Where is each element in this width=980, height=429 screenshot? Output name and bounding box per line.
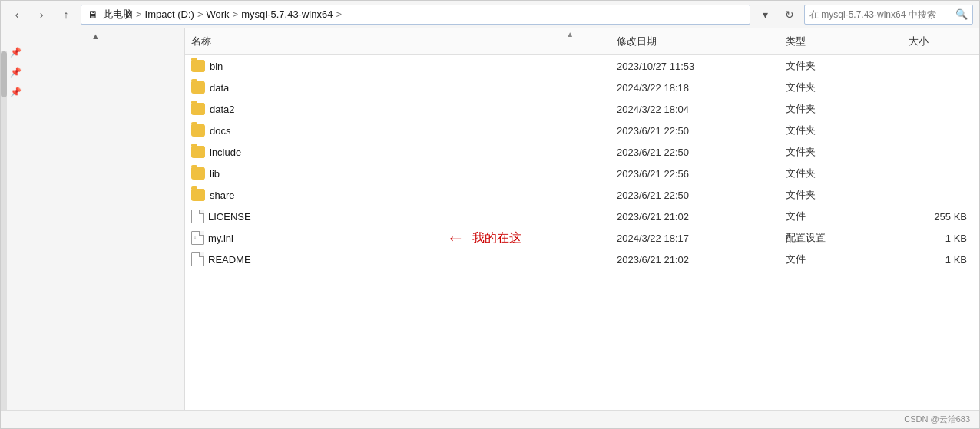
col-header-name[interactable]: ▲名称 [185, 31, 611, 51]
file-size [902, 107, 979, 111]
folder-icon [191, 189, 205, 201]
file-kind: 文件夹 [780, 58, 902, 74]
breadcrumb-computer[interactable]: 此电脑 [103, 8, 133, 21]
file-date: 2023/6/21 21:02 [611, 210, 780, 224]
content-pane: ▲名称 修改日期 类型 大小 bin 2023/10/27 11:53 文件夹 [185, 28, 979, 410]
search-input[interactable] [809, 9, 952, 20]
file-size [902, 64, 979, 68]
file-icon [191, 210, 204, 223]
folder-icon [191, 124, 205, 137]
file-name: include [210, 147, 241, 158]
file-kind: 配置设置 [780, 229, 902, 246]
file-size [902, 129, 979, 132]
sidebar-pin-1[interactable]: 📌 [1, 42, 184, 62]
folder-icon [191, 146, 205, 158]
breadcrumb-work[interactable]: Work [206, 8, 229, 20]
sidebar-scrollbar[interactable] [1, 51, 7, 410]
file-name: docs [210, 125, 230, 137]
table-row[interactable]: lib 2023/6/21 22:56 文件夹 [185, 163, 979, 184]
file-kind: 文件夹 [780, 101, 902, 117]
file-size [902, 172, 979, 175]
file-date: 2024/3/22 18:17 [611, 231, 780, 246]
file-name: share [210, 190, 235, 201]
file-date: 2023/6/21 22:50 [611, 124, 780, 138]
table-row[interactable]: docs 2023/6/21 22:50 文件夹 [185, 120, 979, 141]
file-name: data [210, 82, 229, 94]
dropdown-button[interactable]: ▾ [755, 5, 775, 25]
file-name: data2 [210, 104, 235, 115]
breadcrumb-drive[interactable]: Impact (D:) [145, 8, 194, 20]
sidebar-pin-2[interactable]: 📌 [1, 62, 184, 82]
up-button[interactable]: ↑ [56, 5, 76, 25]
col-header-date[interactable]: 修改日期 [611, 31, 780, 51]
file-size [902, 193, 979, 196]
file-kind: 文件 [780, 251, 902, 268]
search-icon[interactable]: 🔍 [955, 8, 968, 20]
file-kind: 文件夹 [780, 186, 902, 203]
breadcrumb-mysql[interactable]: mysql-5.7.43-winx64 [241, 8, 333, 20]
file-name: README [208, 254, 251, 266]
file-date: 2024/3/22 18:04 [611, 102, 780, 117]
sidebar-scroll-up[interactable]: ▲ [7, 28, 184, 42]
table-row[interactable]: share 2023/6/21 22:50 文件夹 [185, 184, 979, 206]
table-row[interactable]: LICENSE 2023/6/21 21:02 文件 255 KB [185, 206, 979, 227]
status-bar: CSDN @云治683 [1, 410, 979, 428]
file-size: 1 KB [902, 231, 979, 246]
pin-icon-2: 📌 [10, 67, 22, 78]
table-row[interactable]: README 2023/6/21 21:02 文件 1 KB [185, 249, 979, 270]
file-name: lib [210, 168, 220, 180]
file-list: bin 2023/10/27 11:53 文件夹 data 2024/3/22 … [185, 55, 979, 410]
file-kind: 文件夹 [780, 79, 902, 96]
table-header: ▲名称 修改日期 类型 大小 [185, 28, 979, 55]
file-name: bin [210, 61, 223, 72]
file-kind: 文件 [780, 208, 902, 225]
file-kind: 文件夹 [780, 144, 902, 160]
main-area: ▲ 📌 📌 📌 ▲名称 修改日期 类型 大小 [1, 28, 979, 410]
file-size: 1 KB [902, 252, 979, 267]
table-row[interactable]: my.ini 2024/3/22 18:17 配置设置 1 KB ← 我的在这 [185, 227, 979, 249]
explorer-window: ‹ › ↑ 🖥 此电脑 > Impact (D:) > Work > mysql… [0, 0, 980, 429]
sidebar: ▲ 📌 📌 📌 [1, 28, 185, 410]
file-kind: 文件夹 [780, 122, 902, 139]
file-size [902, 150, 979, 153]
file-size: 255 KB [902, 210, 979, 224]
file-date: 2023/6/21 22:50 [611, 145, 780, 160]
table-row[interactable]: include 2023/6/21 22:50 文件夹 [185, 141, 979, 163]
file-name: LICENSE [208, 211, 251, 223]
pin-icon-3: 📌 [10, 87, 22, 97]
back-button[interactable]: ‹ [7, 5, 27, 25]
search-box[interactable]: 🔍 [804, 5, 973, 25]
toolbar: ‹ › ↑ 🖥 此电脑 > Impact (D:) > Work > mysql… [1, 1, 979, 28]
pin-icon-1: 📌 [10, 47, 22, 58]
forward-button[interactable]: › [31, 5, 51, 25]
refresh-button[interactable]: ↻ [780, 5, 800, 25]
folder-icon [191, 167, 205, 180]
file-name: my.ini [208, 233, 233, 244]
file-date: 2023/10/27 11:53 [611, 59, 780, 74]
file-date: 2024/3/22 18:18 [611, 81, 780, 95]
file-kind: 文件夹 [780, 165, 902, 182]
ini-file-icon [191, 231, 204, 245]
computer-icon: 🖥 [88, 8, 98, 21]
col-header-size[interactable]: 大小 [902, 31, 979, 51]
file-icon [191, 252, 204, 266]
file-date: 2023/6/21 21:02 [611, 252, 780, 267]
table-row[interactable]: data 2024/3/22 18:18 文件夹 [185, 77, 979, 98]
address-bar[interactable]: 🖥 此电脑 > Impact (D:) > Work > mysql-5.7.4… [81, 5, 750, 25]
folder-icon [191, 103, 205, 115]
table-row[interactable]: bin 2023/10/27 11:53 文件夹 [185, 55, 979, 77]
folder-icon [191, 81, 205, 94]
folder-icon [191, 60, 205, 72]
file-size [902, 86, 979, 89]
file-date: 2023/6/21 22:56 [611, 167, 780, 181]
watermark: CSDN @云治683 [904, 414, 970, 425]
scrollbar-thumb[interactable] [1, 51, 7, 97]
table-row[interactable]: data2 2024/3/22 18:04 文件夹 [185, 98, 979, 120]
col-header-type[interactable]: 类型 [780, 31, 902, 51]
sidebar-pin-3[interactable]: 📌 [1, 82, 184, 102]
file-date: 2023/6/21 22:50 [611, 188, 780, 203]
